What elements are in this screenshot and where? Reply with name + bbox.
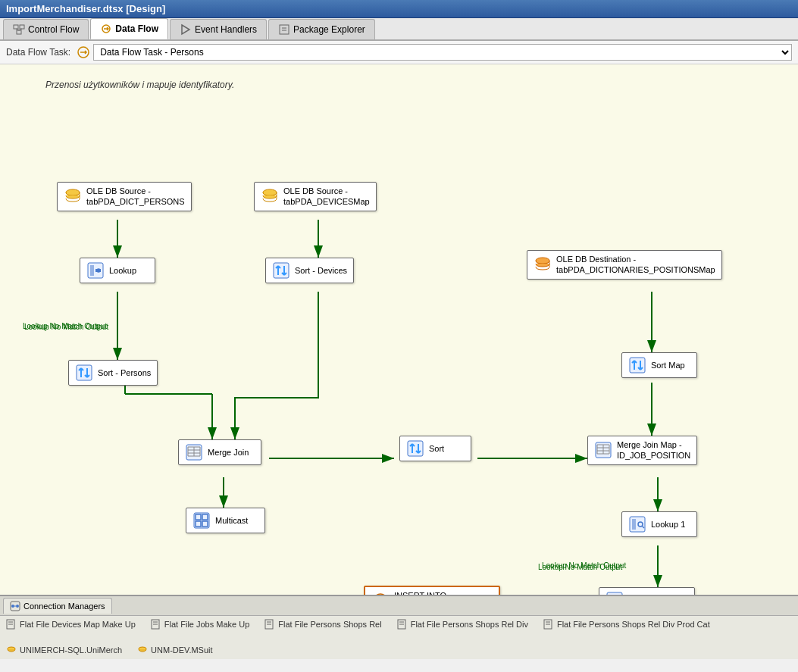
dataflow-task-select[interactable]: Data Flow Task - Persons (93, 44, 792, 61)
sort-devices-label: Sort - Devices (295, 265, 347, 276)
svg-rect-7 (280, 25, 289, 34)
sort-icon (406, 439, 424, 458)
svg-rect-62 (607, 592, 622, 595)
db-icon-7 (137, 645, 148, 655)
svg-rect-34 (77, 365, 92, 380)
tab-event-handlers-label: Event Handlers (195, 24, 257, 35)
svg-rect-1 (20, 25, 24, 29)
tab-event-handlers[interactable]: Event Handlers (170, 19, 267, 39)
svg-rect-35 (630, 358, 645, 373)
ole-source-devices-icon (261, 187, 279, 205)
svg-point-68 (374, 594, 387, 595)
merge-join-label: Merge Join (208, 447, 249, 458)
svg-rect-0 (14, 25, 18, 29)
node-sort-devices[interactable]: Sort - Devices (265, 258, 354, 283)
canvas-note: Przenosi użytkowników i mapuje identyfik… (45, 80, 234, 90)
connection-managers-tab[interactable]: Connection Managers (3, 598, 112, 614)
bottom-content: Flat File Devices Map Make Up Flat File … (0, 616, 798, 658)
svg-marker-6 (182, 25, 189, 34)
conn-label-4: Flat File Persons Shops Rel Div (411, 620, 528, 629)
tab-bar: Control Flow Data Flow Event Handlers Pa… (0, 18, 798, 41)
multicast-icon (192, 511, 211, 530)
flat-file-icon-5 (543, 619, 554, 630)
ole-dest-label: OLE DB Destination -tabPDA_DICTIONARIES_… (556, 254, 715, 276)
svg-rect-32 (274, 263, 289, 278)
tab-data-flow[interactable]: Data Flow (90, 18, 168, 39)
data-flow-icon (100, 23, 112, 35)
insert-into-label: INSERT INTOtabPDA_DICT_PERSONS (394, 590, 493, 595)
lookup1-label: Lookup 1 (651, 519, 685, 530)
node-ole-source-persons[interactable]: OLE DB Source -tabPDA_DICT_PERSONS (57, 182, 192, 211)
ole-source-persons-label: OLE DB Source -tabPDA_DICT_PERSONS (86, 186, 185, 208)
title-text: ImportMerchandiser.dtsx [Design] (6, 3, 165, 14)
svg-rect-2 (17, 30, 21, 34)
tab-package-explorer-label: Package Explorer (293, 24, 365, 35)
svg-rect-44 (408, 441, 423, 456)
merge-join-map-icon (594, 441, 612, 459)
svg-point-72 (16, 605, 19, 608)
tab-package-explorer[interactable]: Package Explorer (268, 19, 375, 39)
package-explorer-icon (278, 23, 290, 36)
conn-label-6: UNIMERCH-SQL.UniMerch (20, 645, 122, 655)
lookup-label: Lookup (109, 265, 136, 276)
sort-map-icon (628, 356, 646, 374)
svg-rect-59 (632, 519, 636, 530)
conn-flat-file-devices[interactable]: Flat File Devices Map Make Up (6, 619, 136, 630)
multicast-label: Multicast (215, 515, 248, 526)
svg-point-71 (11, 605, 14, 608)
toolbar-select-container: Data Flow Task - Persons (77, 44, 792, 61)
toolbar-label: Data Flow Task: (6, 47, 70, 58)
tab-data-flow-label: Data Flow (115, 23, 158, 34)
event-handlers-icon (180, 23, 192, 36)
node-lookup1[interactable]: Lookup 1 (621, 511, 697, 537)
node-derived-column[interactable]: fx Derived Column (599, 587, 695, 595)
toolbar: Data Flow Task: Data Flow Task - Persons (0, 41, 798, 64)
node-sort-map[interactable]: Sort Map (621, 352, 697, 378)
node-lookup[interactable]: Lookup (80, 258, 155, 283)
node-merge-join-map[interactable]: Merge Join Map -ID_JOB_POSITION (587, 436, 697, 465)
conn-unimerch-sql[interactable]: UNIMERCH-SQL.UniMerch (6, 645, 122, 655)
conn-flat-file-persons-shops-div-prod[interactable]: Flat File Persons Shops Rel Div Prod Cat (543, 619, 710, 630)
connection-managers-tab-label: Connection Managers (23, 602, 105, 611)
tab-control-flow-label: Control Flow (28, 24, 79, 35)
merge-join-icon (185, 443, 203, 461)
flat-file-icon-1 (6, 619, 17, 630)
node-ole-dest[interactable]: OLE DB Destination -tabPDA_DICTIONARIES_… (527, 250, 722, 280)
conn-label-2: Flat File Jobs Make Up (164, 620, 249, 629)
db-icon-6 (6, 645, 17, 655)
lookup1-no-match-label: Lookup No Match Output (538, 563, 622, 571)
conn-label-3: Flat File Persons Shops Rel (278, 620, 381, 629)
insert-into-icon: ? (371, 592, 390, 595)
lookup1-icon (628, 515, 646, 533)
node-sort[interactable]: Sort (399, 436, 471, 461)
connection-managers-icon (10, 601, 20, 611)
flat-file-icon-3 (264, 619, 275, 630)
ole-dest-icon (534, 255, 552, 273)
ole-source-devices-label: OLE DB Source -tabPDA_DEVICESMap (283, 186, 370, 208)
sort-map-label: Sort Map (651, 360, 685, 370)
svg-rect-29 (90, 265, 94, 276)
merge-join-map-label: Merge Join Map -ID_JOB_POSITION (617, 439, 690, 461)
flat-file-icon-4 (397, 619, 408, 630)
main-canvas: Przenosi użytkowników i mapuje identyfik… (0, 64, 798, 595)
derived-column-icon: fx (606, 591, 624, 595)
dataflow-task-icon (77, 45, 90, 59)
conn-unm-dev[interactable]: UNM-DEV.MSuit (137, 645, 213, 655)
sort-devices-icon (272, 261, 290, 280)
conn-flat-file-persons-shops[interactable]: Flat File Persons Shops Rel (264, 619, 381, 630)
conn-flat-file-jobs[interactable]: Flat File Jobs Make Up (151, 619, 249, 630)
control-flow-icon (13, 23, 25, 36)
node-multicast[interactable]: Multicast (186, 508, 265, 533)
node-insert-into[interactable]: ? INSERT INTOtabPDA_DICT_PERSONS (364, 586, 500, 595)
sort-persons-label: Sort - Persons (98, 367, 151, 378)
lookup-icon (86, 261, 105, 280)
conn-label-5: Flat File Persons Shops Rel Div Prod Cat (557, 620, 710, 629)
tab-control-flow[interactable]: Control Flow (3, 19, 89, 39)
node-sort-persons[interactable]: Sort - Persons (68, 360, 158, 386)
ole-source-icon (64, 187, 82, 205)
conn-label-1: Flat File Devices Map Make Up (20, 620, 136, 629)
flat-file-icon-2 (151, 619, 161, 630)
node-ole-source-devices[interactable]: OLE DB Source -tabPDA_DEVICESMap (254, 182, 377, 211)
conn-flat-file-persons-shops-div[interactable]: Flat File Persons Shops Rel Div (397, 619, 528, 630)
node-merge-join[interactable]: Merge Join (178, 439, 261, 465)
